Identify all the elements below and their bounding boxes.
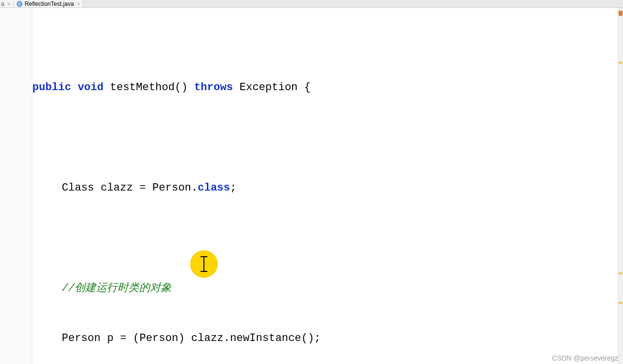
code-line: Person p = (Person) clazz.newInstance(); [32,330,623,347]
code-line: Class clazz = Person.class; [32,180,623,196]
tab-active[interactable]: C ReflectionTest.java × [14,0,83,7]
tab-label: ReflectionTest.java [25,0,74,7]
close-icon[interactable]: × [77,1,80,7]
code-line [32,230,623,246]
code-line [32,130,623,146]
gutter [0,8,32,364]
code-editor[interactable]: public void testMethod() throws Exceptio… [0,8,623,364]
warning-marker[interactable] [619,302,623,304]
tab-partial[interactable]: a × [0,0,14,7]
warning-marker[interactable] [619,62,623,64]
code-line: public void testMethod() throws Exceptio… [32,79,623,96]
tab-bar: a × C ReflectionTest.java × [0,0,623,8]
close-icon[interactable]: × [7,1,10,7]
cursor-highlight-icon [190,250,218,278]
marker-stripe[interactable] [617,8,623,364]
tab-label: a [1,0,4,7]
error-marker[interactable] [619,11,623,16]
code-line: //创建运行时类的对象 [32,280,623,297]
class-file-icon: C [17,1,23,7]
watermark: CSDN @perseveregz [552,354,618,362]
warning-marker[interactable] [619,272,623,274]
